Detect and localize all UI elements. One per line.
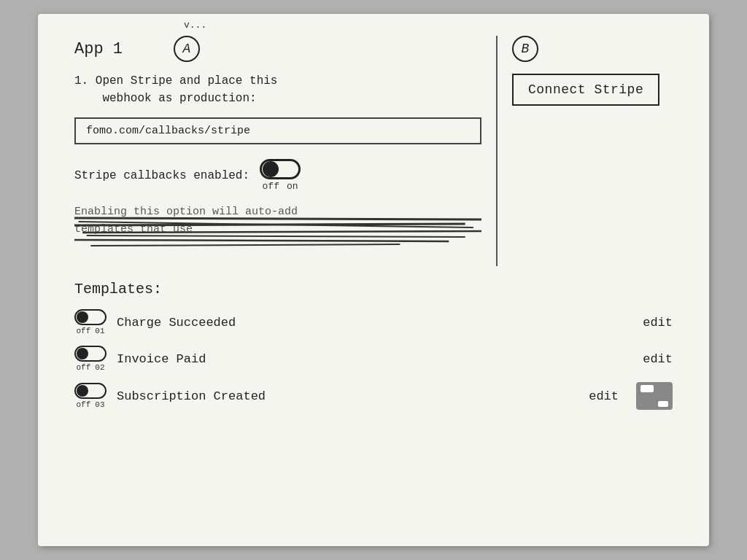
templates-label: Templates: bbox=[74, 281, 673, 298]
svg-line-3 bbox=[74, 240, 449, 241]
template-toggle-knob-0 bbox=[77, 311, 88, 323]
template-edit-1[interactable]: edit bbox=[643, 352, 673, 366]
toggle-on-label: on bbox=[287, 181, 298, 192]
template-toggle-knob-2 bbox=[77, 385, 88, 397]
template-toggle-0[interactable] bbox=[74, 309, 107, 325]
template-edit-0[interactable]: edit bbox=[643, 316, 673, 330]
template-name-1: Invoice Paid bbox=[117, 352, 618, 366]
callbacks-toggle[interactable] bbox=[260, 159, 301, 179]
toggle-wrapper: off on bbox=[260, 159, 301, 192]
column-a: App 1 A 1. Open Stripe and place this we… bbox=[74, 36, 498, 266]
toggle-off-2: off bbox=[76, 400, 90, 409]
template-off-on-0: off 01 bbox=[76, 327, 104, 335]
template-toggle-knob-1 bbox=[77, 348, 88, 359]
template-toggle-wrap-2: off 03 bbox=[74, 383, 107, 409]
svg-line-0 bbox=[74, 218, 481, 219]
list-item: off 03 Subscription Created edit bbox=[74, 382, 673, 410]
circle-a-label: A bbox=[174, 36, 200, 62]
toggle-off-on: off on bbox=[263, 181, 298, 192]
column-b: B Connect Stripe bbox=[512, 36, 673, 266]
instruction-line1: Open Stripe and place this bbox=[96, 74, 278, 88]
toggle-off-1: off bbox=[76, 363, 90, 372]
toggle-row: Stripe callbacks enabled: off on bbox=[74, 159, 481, 192]
circle-b-label: B bbox=[512, 36, 538, 62]
app-title: App 1 bbox=[74, 40, 123, 58]
template-toggle-wrap-1: off 02 bbox=[74, 346, 107, 372]
template-name-2: Subscription Created bbox=[117, 389, 564, 403]
sticker-icon bbox=[636, 382, 673, 410]
template-off-on-2: off 03 bbox=[76, 400, 104, 409]
toggle-num-2: 03 bbox=[95, 400, 104, 409]
section-a-header: App 1 A bbox=[74, 36, 481, 62]
toggle-knob bbox=[263, 161, 279, 177]
toggle-label: Stripe callbacks enabled: bbox=[74, 169, 249, 182]
template-edit-2[interactable]: edit bbox=[589, 389, 619, 403]
paper: v... App 1 A 1. Open Stripe and place th… bbox=[38, 14, 709, 546]
connect-stripe-button[interactable]: Connect Stripe bbox=[512, 74, 659, 106]
toggle-num-0: 01 bbox=[95, 327, 104, 335]
svg-line-4 bbox=[90, 244, 400, 246]
list-item: off 02 Invoice Paid edit bbox=[74, 346, 673, 372]
instruction-text: 1. Open Stripe and place this webhook as… bbox=[74, 72, 481, 107]
template-toggle-wrap-0: off 01 bbox=[74, 309, 107, 335]
crossed-out-section: Enabling this option will auto-add templ… bbox=[74, 203, 481, 254]
template-off-on-1: off 02 bbox=[76, 363, 104, 372]
toggle-off-0: off bbox=[76, 327, 90, 335]
list-item: off 01 Charge Succeeded edit bbox=[74, 309, 673, 335]
step-number: 1. bbox=[74, 74, 88, 88]
scribble-lines bbox=[74, 203, 481, 254]
svg-line-6 bbox=[87, 236, 465, 237]
toggle-num-1: 02 bbox=[95, 363, 104, 372]
instruction-line2: webhook as production: bbox=[102, 92, 256, 105]
templates-section: Templates: off 01 Charge Succeeded edit bbox=[74, 281, 673, 410]
toggle-off-label: off bbox=[263, 181, 279, 192]
template-name-0: Charge Succeeded bbox=[117, 316, 618, 330]
webhook-url-input[interactable]: fomo.com/callbacks/stripe bbox=[74, 117, 481, 144]
top-hint: v... bbox=[184, 20, 206, 31]
template-toggle-1[interactable] bbox=[74, 346, 107, 362]
svg-line-2 bbox=[82, 231, 481, 233]
template-toggle-2[interactable] bbox=[74, 383, 107, 399]
two-column-layout: App 1 A 1. Open Stripe and place this we… bbox=[74, 36, 673, 266]
